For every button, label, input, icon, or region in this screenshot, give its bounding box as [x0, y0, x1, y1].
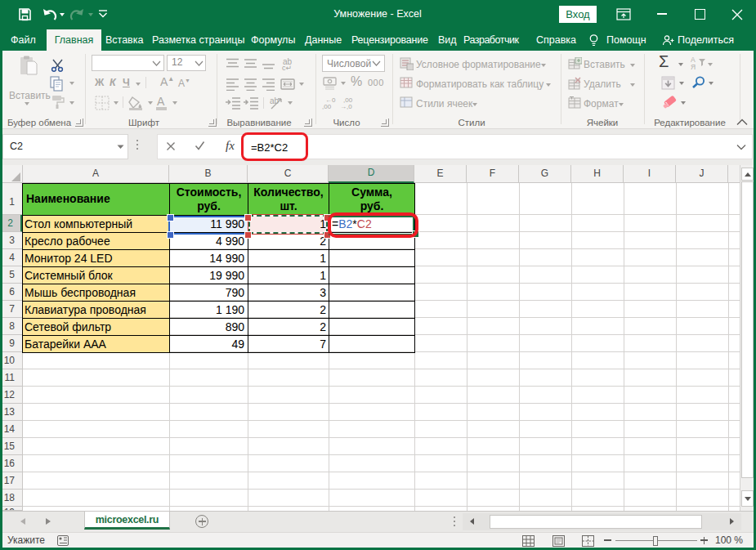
svg-text:,00: ,00: [322, 103, 332, 110]
svg-text:Я: Я: [691, 63, 696, 70]
svg-text:c↵: c↵: [282, 64, 292, 70]
svg-text:→,0: →,0: [340, 103, 352, 110]
svg-text:ab: ab: [270, 96, 280, 105]
